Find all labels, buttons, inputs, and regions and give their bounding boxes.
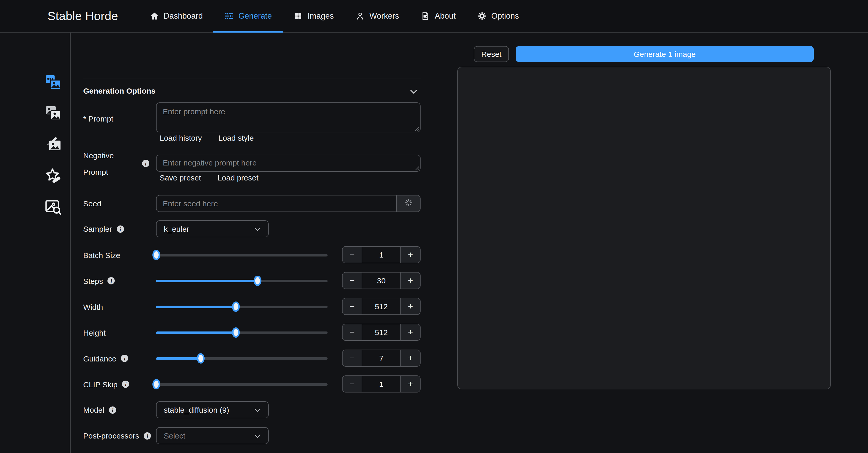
section-divider — [83, 79, 421, 79]
negative-prompt-input[interactable] — [156, 154, 421, 172]
slider-fill — [156, 305, 236, 308]
prompt-input[interactable] — [156, 103, 421, 132]
height-label: Height — [83, 328, 106, 337]
random-seed-button[interactable] — [396, 196, 420, 211]
increment-button[interactable]: + — [401, 376, 420, 392]
chevron-down-icon — [410, 87, 417, 96]
height-slider[interactable] — [156, 331, 328, 334]
navbar: Stable Horde Dashboard Generate — [0, 0, 868, 33]
slider-handle[interactable] — [197, 353, 205, 364]
increment-button[interactable]: + — [401, 299, 420, 314]
increment-button[interactable]: + — [401, 350, 420, 366]
slider-fill — [156, 331, 236, 334]
clip-skip-row: CLIP Skipi − 1 + — [0, 375, 455, 393]
stepper-value: 512 — [362, 299, 401, 314]
load-history-button[interactable]: Load history — [160, 134, 202, 142]
user-icon — [355, 11, 365, 21]
generate-button[interactable]: Generate 1 image — [516, 46, 814, 62]
info-icon[interactable]: i — [117, 225, 124, 232]
stepper-value: 7 — [362, 350, 401, 366]
batch-size-stepper: − 1 + — [342, 246, 421, 263]
sampler-value: k_euler — [164, 224, 189, 233]
nav-label: About — [435, 11, 456, 21]
width-stepper: − 512 + — [342, 298, 421, 315]
sampler-label: Sampler — [83, 224, 112, 233]
slider-handle[interactable] — [232, 327, 240, 338]
post-processors-select[interactable]: Select — [156, 427, 269, 444]
info-icon[interactable]: i — [122, 380, 129, 388]
increment-button[interactable]: + — [401, 324, 420, 340]
stepper-value: 512 — [362, 324, 401, 340]
batch-size-slider[interactable] — [156, 254, 328, 256]
prompt-label: * Prompt — [83, 104, 114, 134]
post-processors-label: Post-processors — [83, 431, 139, 440]
seed-input[interactable] — [157, 196, 396, 211]
height-row: Height − 512 + — [0, 324, 455, 341]
burst-icon — [404, 198, 413, 209]
decrement-button[interactable]: − — [343, 273, 362, 288]
nav-item-about[interactable]: About — [410, 0, 467, 32]
chevron-down-icon — [254, 431, 261, 440]
reset-button[interactable]: Reset — [474, 46, 509, 62]
info-icon[interactable]: i — [108, 277, 115, 284]
model-select[interactable]: stable_diffusion (9) — [156, 401, 269, 418]
steps-slider[interactable] — [156, 280, 328, 282]
sampler-row: Sampleri k_euler — [0, 220, 455, 237]
width-row: Width − 512 + — [0, 298, 455, 315]
image-preview-panel — [457, 67, 831, 389]
stepper-value: 30 — [362, 273, 401, 288]
load-preset-button[interactable]: Load preset — [218, 173, 258, 182]
chevron-down-icon — [254, 224, 261, 233]
app: Stable Horde Dashboard Generate — [0, 0, 868, 453]
sliders-icon — [224, 11, 234, 21]
nav-item-generate[interactable]: Generate — [214, 0, 283, 32]
section-title: Generation Options — [83, 82, 156, 99]
width-label: Width — [83, 302, 103, 311]
decrement-button[interactable]: − — [343, 376, 362, 392]
steps-label: Steps — [83, 276, 103, 285]
grid-icon — [293, 11, 303, 21]
slider-handle[interactable] — [152, 250, 160, 260]
preset-actions: Save preset Load preset — [160, 173, 258, 182]
nav-item-workers[interactable]: Workers — [345, 0, 410, 32]
model-value: stable_diffusion (9) — [164, 405, 229, 414]
steps-row: Stepsi − 30 + — [0, 272, 455, 290]
nav-item-images[interactable]: Images — [283, 0, 345, 32]
decrement-button[interactable]: − — [343, 350, 362, 366]
guidance-stepper: − 7 + — [342, 349, 421, 367]
nav-item-dashboard[interactable]: Dashboard — [139, 0, 214, 32]
clip-skip-label: CLIP Skip — [83, 380, 118, 389]
info-icon[interactable]: i — [142, 160, 149, 167]
decrement-button[interactable]: − — [343, 247, 362, 263]
load-style-button[interactable]: Load style — [218, 134, 254, 142]
negative-prompt-label: Negative Prompt — [83, 147, 140, 180]
save-preset-button[interactable]: Save preset — [160, 173, 201, 182]
brand: Stable Horde — [48, 9, 118, 23]
increment-button[interactable]: + — [401, 273, 420, 288]
info-icon[interactable]: i — [144, 432, 151, 439]
sampler-select[interactable]: k_euler — [156, 220, 269, 237]
slider-handle[interactable] — [152, 379, 160, 389]
nav-item-options[interactable]: Options — [467, 0, 530, 32]
clip-skip-stepper: − 1 + — [342, 375, 421, 393]
nav-label: Images — [307, 11, 334, 21]
model-row: Modeli stable_diffusion (9) — [0, 401, 455, 418]
clip-skip-slider[interactable] — [156, 383, 328, 386]
slider-handle[interactable] — [254, 276, 261, 286]
decrement-button[interactable]: − — [343, 324, 362, 340]
guidance-slider[interactable] — [156, 357, 328, 360]
steps-stepper: − 30 + — [342, 272, 421, 289]
increment-button[interactable]: + — [401, 247, 420, 263]
main-nav: Dashboard Generate Images — [139, 0, 530, 32]
gear-icon — [477, 11, 487, 21]
stepper-value: 1 — [362, 376, 401, 392]
section-header[interactable]: Generation Options — [0, 82, 455, 99]
info-icon[interactable]: i — [121, 355, 128, 362]
width-slider[interactable] — [156, 305, 328, 308]
nav-label: Options — [491, 11, 519, 21]
height-stepper: − 512 + — [342, 324, 421, 341]
info-icon[interactable]: i — [109, 406, 116, 414]
generation-form: Generation Options * Prompt Load history… — [0, 33, 455, 453]
slider-handle[interactable] — [232, 302, 240, 312]
decrement-button[interactable]: − — [343, 299, 362, 314]
